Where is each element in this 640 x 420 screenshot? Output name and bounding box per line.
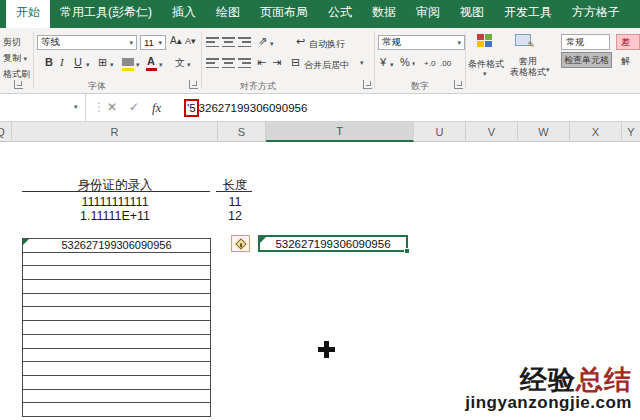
decrease-indent-icon[interactable]: ⇤ bbox=[257, 56, 266, 69]
number-format-select[interactable]: 常规▾ bbox=[378, 35, 465, 50]
table-row-empty[interactable] bbox=[23, 335, 210, 349]
decrease-decimal-button[interactable]: .00 bbox=[440, 59, 451, 68]
table-row-empty[interactable] bbox=[23, 349, 210, 363]
ribbon-tab-11[interactable]: DIY工具箱 bbox=[630, 0, 640, 28]
cell-style-explanatory[interactable]: 解 bbox=[621, 55, 630, 68]
warning-diamond-icon bbox=[235, 238, 246, 249]
column-header-x[interactable]: X bbox=[570, 122, 622, 142]
cell-len-row2[interactable]: 12 bbox=[218, 209, 252, 223]
grip-dots-icon[interactable]: ⋮ bbox=[93, 100, 105, 114]
align-right-icon[interactable] bbox=[238, 58, 251, 68]
chevron-down-icon[interactable]: ▾ bbox=[390, 61, 394, 69]
chevron-down-icon[interactable]: ▾ bbox=[86, 61, 90, 69]
column-header-v[interactable]: V bbox=[466, 122, 518, 142]
formula-bar: ▾ ⋮ ✕ ✓ fx '532627199306090956 bbox=[0, 94, 640, 122]
ribbon-tab-5[interactable]: 公式 bbox=[318, 0, 362, 28]
column-header-q[interactable]: Q bbox=[0, 122, 12, 142]
chevron-down-icon[interactable]: ▾ bbox=[360, 59, 364, 67]
table-row-empty[interactable] bbox=[23, 403, 210, 416]
phonetic-guide-button[interactable]: 文 bbox=[175, 56, 185, 70]
wrap-text-button[interactable]: 自动换行 bbox=[309, 38, 345, 51]
ribbon-tab-8[interactable]: 视图 bbox=[450, 0, 494, 28]
table-first-value: 532627199306090956 bbox=[61, 239, 171, 251]
column-header-r[interactable]: R bbox=[12, 122, 218, 142]
underline-button[interactable]: U bbox=[74, 56, 82, 68]
fill-handle[interactable] bbox=[404, 248, 410, 254]
align-middle-icon[interactable] bbox=[222, 37, 235, 47]
cell-style-normal[interactable]: 常规 bbox=[561, 34, 610, 50]
table-row-first[interactable]: 532627199306090956 bbox=[23, 239, 210, 253]
align-left-icon[interactable] bbox=[206, 58, 219, 68]
cell-id-row2[interactable]: 1.11111E+11 bbox=[12, 209, 218, 223]
font-size-select[interactable]: 11▾ bbox=[140, 35, 166, 50]
chevron-down-icon[interactable]: ▾ bbox=[74, 103, 78, 111]
font-dialog-launcher-icon[interactable] bbox=[189, 80, 198, 89]
cell-style-check-cell[interactable]: 检查单元格 bbox=[561, 52, 612, 68]
shrink-font-button[interactable]: A▾ bbox=[185, 36, 196, 46]
alignment-dialog-launcher-icon[interactable] bbox=[363, 80, 372, 89]
table-row-empty[interactable] bbox=[23, 321, 210, 335]
column-header-w[interactable]: W bbox=[518, 122, 570, 142]
number-dialog-launcher-icon[interactable] bbox=[454, 80, 463, 89]
chevron-down-icon[interactable]: ▾ bbox=[136, 61, 140, 69]
ribbon-tab-0[interactable]: 开始 bbox=[6, 0, 50, 28]
borders-button[interactable]: ⊞ bbox=[98, 56, 107, 69]
cell-len-row1[interactable]: 11 bbox=[218, 195, 252, 209]
cell-id-row1[interactable]: 11111111111 bbox=[12, 195, 218, 209]
copy-button[interactable]: 复制 ▾ bbox=[3, 52, 27, 65]
cut-button[interactable]: 剪切 bbox=[3, 36, 21, 49]
font-name-select[interactable]: 等线▾ bbox=[37, 35, 137, 50]
ribbon-tab-9[interactable]: 开发工具 bbox=[494, 0, 562, 28]
align-top-icon[interactable] bbox=[206, 37, 219, 47]
column-header-u[interactable]: U bbox=[414, 122, 466, 142]
table-row-empty[interactable] bbox=[23, 253, 210, 267]
fill-color-icon[interactable] bbox=[122, 58, 134, 66]
table-row-empty[interactable] bbox=[23, 376, 210, 390]
accounting-format-button[interactable]: ¥ bbox=[380, 56, 386, 68]
error-smart-tag-button[interactable] bbox=[231, 235, 250, 252]
bold-button[interactable]: B bbox=[45, 56, 53, 68]
ribbon-tab-1[interactable]: 常用工具(彭希仁) bbox=[50, 0, 162, 28]
increase-decimal-button[interactable]: +.0 bbox=[424, 59, 435, 68]
chevron-down-icon[interactable]: ▾ bbox=[110, 61, 114, 69]
active-cell-t[interactable]: 532627199306090956 bbox=[258, 235, 408, 252]
group-separator bbox=[465, 31, 466, 89]
column-header-s[interactable]: S bbox=[218, 122, 266, 142]
ribbon-tab-3[interactable]: 绘图 bbox=[206, 0, 250, 28]
merge-center-button[interactable]: 合并后居中 bbox=[304, 59, 349, 72]
font-color-button[interactable]: A bbox=[147, 55, 155, 67]
align-center-icon[interactable] bbox=[222, 58, 235, 68]
table-row-empty[interactable] bbox=[23, 362, 210, 376]
ribbon-tab-10[interactable]: 方方格子 bbox=[562, 0, 630, 28]
orientation-button[interactable]: ⇗ bbox=[258, 35, 267, 48]
align-bottom-icon[interactable] bbox=[238, 37, 251, 47]
wrap-text-icon[interactable]: ↩ bbox=[296, 35, 305, 48]
percent-style-button[interactable]: % bbox=[400, 56, 410, 68]
increase-indent-icon[interactable]: ⇥ bbox=[272, 56, 281, 69]
insert-function-icon[interactable]: fx bbox=[152, 100, 161, 116]
table-row-empty[interactable] bbox=[23, 307, 210, 321]
ribbon-tab-7[interactable]: 审阅 bbox=[406, 0, 450, 28]
comma-style-button[interactable]: , bbox=[412, 54, 415, 66]
table-row-empty[interactable] bbox=[23, 280, 210, 294]
cancel-icon[interactable]: ✕ bbox=[107, 100, 117, 114]
grow-font-button[interactable]: A▴ bbox=[170, 35, 182, 46]
clipboard-dialog-launcher-icon[interactable] bbox=[14, 80, 23, 89]
italic-button[interactable]: I bbox=[60, 56, 64, 68]
chevron-down-icon[interactable]: ▾ bbox=[187, 61, 191, 69]
ribbon-tab-2[interactable]: 插入 bbox=[162, 0, 206, 28]
enter-icon[interactable]: ✓ bbox=[129, 100, 139, 114]
merge-center-icon[interactable]: ⊟ bbox=[291, 56, 300, 69]
ribbon-tab-4[interactable]: 页面布局 bbox=[250, 0, 318, 28]
chevron-down-icon[interactable]: ▾ bbox=[159, 61, 163, 69]
table-row-empty[interactable] bbox=[23, 294, 210, 308]
chevron-down-icon[interactable]: ▾ bbox=[270, 40, 274, 48]
formula-input[interactable]: '532627199306090956 bbox=[184, 99, 307, 117]
table-row-empty[interactable] bbox=[23, 390, 210, 404]
cell-style-bad[interactable]: 差 bbox=[616, 34, 640, 50]
ribbon-tab-6[interactable]: 数据 bbox=[362, 0, 406, 28]
error-triangle-icon bbox=[260, 237, 266, 243]
table-row-empty[interactable] bbox=[23, 266, 210, 280]
column-header-y[interactable]: Y bbox=[622, 122, 640, 142]
column-header-t-selected[interactable]: T bbox=[266, 122, 414, 142]
